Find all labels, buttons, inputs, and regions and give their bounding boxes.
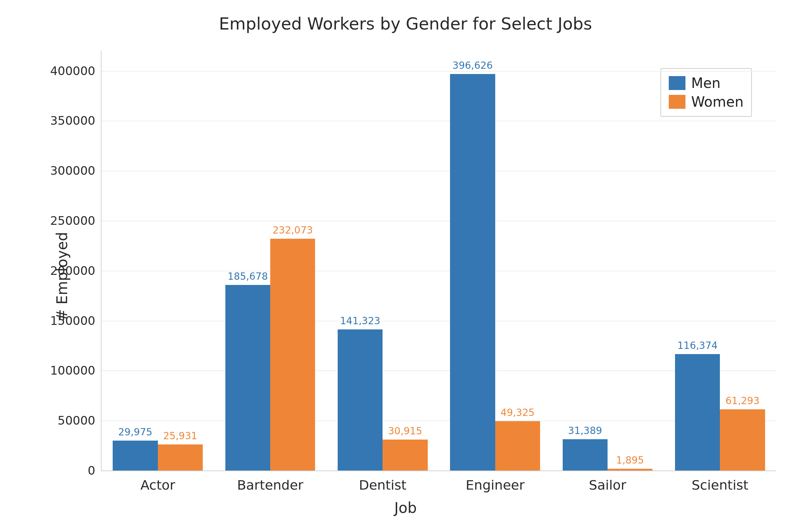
y-tick-label: 400000: [50, 64, 102, 78]
bar-women: [720, 409, 765, 470]
x-tick-label: Engineer: [466, 477, 524, 493]
bar-value-label: 25,931: [163, 430, 197, 442]
bar-women: [383, 440, 427, 470]
x-tick-label: Bartender: [237, 477, 303, 493]
bar-value-label: 141,323: [340, 315, 380, 327]
x-tick-label: Actor: [140, 477, 175, 493]
plot-outer: # Employed MenWomen ActorBartenderDentis…: [14, 37, 797, 516]
chart-container: Employed Workers by Gender for Select Jo…: [0, 0, 811, 532]
bar-women: [158, 444, 203, 470]
bar-value-label: 61,293: [725, 395, 760, 407]
y-tick-label: 50000: [58, 414, 102, 427]
y-tick-label: 150000: [50, 314, 102, 328]
y-tick-label: 200000: [50, 264, 102, 278]
bar-value-label: 1,895: [616, 455, 644, 466]
y-tick-label: 0: [88, 464, 102, 477]
y-tick-label: 250000: [50, 214, 102, 228]
bar-women: [608, 469, 652, 470]
bar-women: [495, 421, 540, 470]
x-tick-label: Scientist: [692, 477, 748, 493]
chart-title: Employed Workers by Gender for Select Jo…: [14, 14, 797, 33]
y-tick-label: 350000: [50, 114, 102, 128]
x-axis-categories: ActorBartenderDentistEngineerSailorScien…: [102, 474, 776, 491]
bar-value-label: 232,073: [273, 224, 313, 236]
gridline: [102, 121, 776, 121]
bar-men: [338, 329, 383, 470]
gridline: [102, 171, 776, 171]
bar-value-label: 30,915: [388, 425, 422, 437]
bar-men: [563, 439, 608, 470]
plot-area: MenWomen ActorBartenderDentistEngineerSa…: [101, 51, 776, 471]
bar-value-label: 31,389: [568, 425, 602, 436]
bar-value-label: 29,975: [118, 426, 152, 438]
legend-item: Men: [669, 74, 744, 92]
x-tick-label: Dentist: [359, 477, 407, 493]
bar-value-label: 185,678: [227, 271, 268, 282]
gridline: [102, 321, 776, 321]
legend-swatch: [669, 76, 685, 90]
legend: MenWomen: [660, 68, 752, 117]
legend-swatch: [669, 95, 685, 109]
gridline: [102, 271, 776, 271]
x-axis-label: Job: [394, 499, 417, 516]
bar-men: [113, 441, 158, 470]
legend-label: Men: [691, 75, 720, 91]
bar-men: [450, 74, 495, 470]
gridline: [102, 71, 776, 72]
gridline: [102, 221, 776, 221]
bar-men: [225, 285, 270, 470]
legend-label: Women: [691, 94, 744, 110]
bar-women: [270, 239, 315, 470]
bar-men: [675, 354, 720, 470]
x-tick-label: Sailor: [589, 477, 626, 493]
bar-value-label: 116,374: [677, 340, 718, 351]
bar-value-label: 49,325: [500, 407, 535, 418]
bar-value-label: 396,626: [452, 60, 493, 71]
y-tick-label: 300000: [50, 164, 102, 178]
legend-item: Women: [669, 92, 744, 111]
y-tick-label: 100000: [50, 363, 102, 377]
